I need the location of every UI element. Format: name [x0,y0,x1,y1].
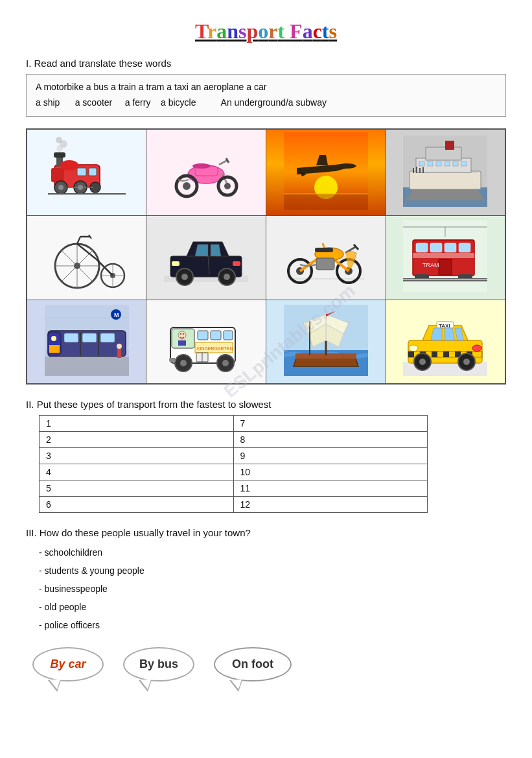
svg-rect-128 [224,331,233,340]
svg-line-19 [226,158,229,163]
svg-rect-1 [51,168,64,182]
grid-cell-scooter [146,129,266,216]
svg-rect-113 [100,333,115,342]
grid-cell-car [146,215,266,300]
svg-rect-92 [445,243,456,252]
grid-cell-bicycle [27,215,146,300]
word-box: A motorbike a bus a train a tram a taxi … [26,74,506,117]
svg-point-161 [463,359,470,365]
svg-point-125 [183,333,184,335]
bubble-by-car: By car [32,647,104,681]
svg-line-62 [77,237,80,244]
rank-right-6: 12 [233,497,428,513]
rank-right-5: 11 [233,480,428,497]
svg-rect-82 [316,258,334,270]
svg-rect-65 [172,261,179,266]
svg-text:KINDERGARTEN: KINDERGARTEN [197,346,233,351]
svg-rect-38 [436,161,441,166]
section3-heading: III. How do these people usually travel … [26,527,506,538]
svg-rect-154 [432,351,437,357]
travel-people-list: schoolchildren students & young people b… [39,543,506,634]
svg-rect-127 [211,331,221,340]
svg-rect-137 [169,358,176,362]
rank-left-1: 1 [40,416,234,432]
svg-text:M: M [114,312,119,318]
svg-rect-45 [419,168,421,173]
rank-left-6: 6 [40,497,234,513]
grid-cell-underground: M [27,300,146,384]
svg-rect-117 [117,349,121,358]
page-title: Transport Facts [26,19,506,43]
svg-rect-34 [426,147,461,160]
svg-rect-39 [445,161,450,166]
grid-cell-bus: KINDERGARTEN [146,300,266,384]
svg-point-20 [192,163,211,169]
svg-point-70 [224,274,230,280]
rank-right-4: 10 [233,464,428,480]
svg-rect-44 [416,167,417,173]
svg-point-134 [180,360,187,366]
grid-cell-motorbike [266,215,386,300]
svg-point-124 [180,333,181,335]
svg-rect-111 [64,333,78,342]
table-row: 4 10 [40,464,428,480]
section2: II. Put these types of transport from th… [26,399,506,513]
list-item: schoolchildren [39,543,506,562]
svg-point-8 [58,185,64,190]
svg-point-15 [56,137,62,143]
svg-rect-81 [315,248,333,252]
list-item: businesspeople [39,580,506,598]
ranking-table: 1 7 2 8 3 9 4 10 5 11 6 12 [39,415,428,513]
grid-cell-train [27,129,146,216]
svg-rect-3 [54,152,65,158]
svg-point-118 [117,344,122,349]
svg-rect-91 [430,243,442,252]
grid-cell-plane [266,129,386,216]
svg-rect-36 [419,161,424,166]
section3: III. How do these people usually travel … [26,527,506,634]
svg-point-159 [419,359,426,365]
svg-point-4 [60,160,78,171]
svg-rect-66 [233,261,240,266]
list-item: students & young people [39,562,506,580]
svg-rect-5 [77,168,86,176]
table-row: 2 8 [40,432,428,448]
svg-point-68 [181,274,188,280]
rank-left-5: 5 [40,480,234,497]
svg-rect-122 [178,340,186,346]
bubble-by-bus: By bus [123,647,194,681]
grid-cell-tram: TRAM [386,215,505,300]
table-row: 6 12 [40,497,428,513]
svg-rect-28 [284,194,368,210]
svg-point-109 [51,336,56,341]
rank-left-4: 4 [40,464,234,480]
svg-line-18 [219,160,227,165]
table-row: 3 9 [40,448,428,464]
svg-rect-126 [198,331,208,340]
svg-rect-152 [408,351,414,357]
grid-cell-ship [266,300,386,384]
word-box-line1: A motorbike a bus a train a tram a taxi … [36,80,496,95]
svg-rect-40 [453,161,458,166]
svg-rect-6 [89,168,97,176]
svg-rect-93 [459,243,470,252]
svg-rect-116 [45,357,129,376]
svg-point-23 [183,182,191,190]
rank-right-3: 9 [233,448,428,464]
bubble-on-foot: On foot [214,647,292,681]
list-item: old people [39,598,506,616]
svg-point-136 [222,360,229,366]
grid-cell-ferry [386,129,505,216]
bubble-row: By car By bus On foot [32,647,506,681]
svg-rect-110 [49,345,60,353]
rank-left-2: 2 [40,432,234,448]
svg-rect-94 [439,259,452,275]
list-item: police officers [39,616,506,634]
table-row: 1 7 [40,416,428,432]
word-box-line2: a ship a scooter a ferry a bicycle An un… [36,95,496,111]
svg-point-25 [224,183,231,189]
section2-heading: II. Put these types of transport from th… [26,399,506,410]
svg-rect-37 [428,161,433,166]
svg-text:TRAM: TRAM [422,262,439,268]
svg-rect-89 [413,253,474,258]
